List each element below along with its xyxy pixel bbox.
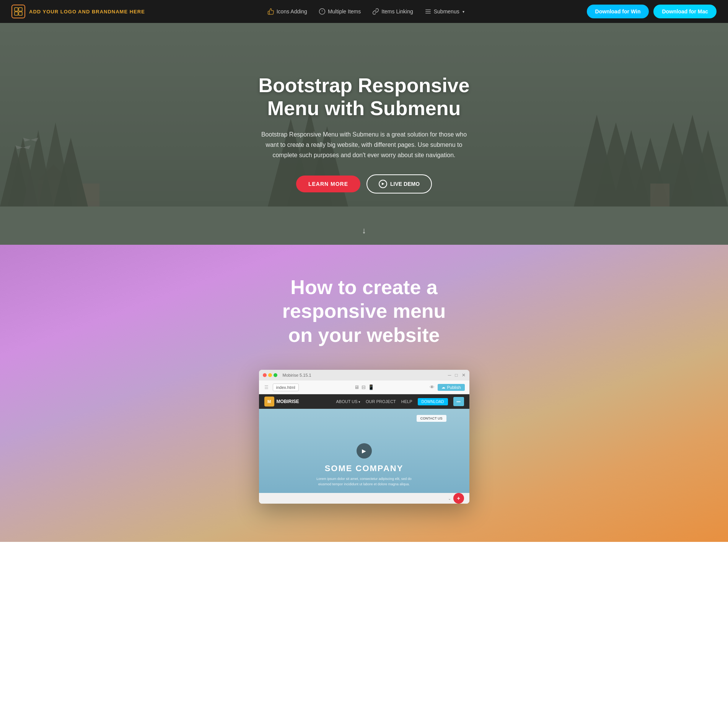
minimize-icon[interactable]: ─ — [448, 372, 451, 378]
app-titlebar: Mobirise 5.15.1 ─ □ ✕ — [259, 370, 469, 381]
nav-items-linking-label: Items Linking — [381, 8, 413, 15]
inner-nav-project[interactable]: OUR PROJECT — [366, 399, 396, 404]
svg-rect-0 — [15, 8, 18, 11]
footer-actions: ⌄ + — [448, 493, 466, 504]
navbar-buttons: Download for Win Download for Mac — [587, 5, 717, 18]
hero-section: Bootstrap Responsive Menu with Submenu B… — [0, 23, 728, 245]
app-hero-title: SOME COMPANY — [311, 463, 418, 473]
titlebar-right: ─ □ ✕ — [448, 372, 466, 378]
svg-rect-2 — [15, 12, 18, 15]
live-demo-label: LIVE DEMO — [390, 181, 420, 187]
brand-text: ADD YOUR LOGO AND BRANDNAME HERE — [29, 9, 145, 15]
dot-maximize[interactable] — [274, 373, 277, 377]
scroll-indicator: ⌄ — [448, 496, 451, 501]
contact-btn[interactable]: CONTACT US — [417, 415, 446, 422]
live-demo-button[interactable]: ▶ LIVE DEMO — [366, 174, 432, 194]
resize-icon[interactable]: □ — [455, 372, 458, 378]
hero-content: Bootstrap Responsive Menu with Submenu B… — [249, 67, 479, 201]
app-play-button[interactable]: ▶ — [357, 443, 372, 459]
inner-brand-icon: M — [264, 397, 274, 407]
inner-nav-action[interactable]: ••• — [453, 397, 464, 406]
nav-items-linking[interactable]: Items Linking — [372, 8, 413, 15]
inner-nav-download[interactable]: DOWNLOAD — [418, 398, 448, 405]
inner-brand-name: MOBIRISE — [277, 399, 299, 404]
navbar: ADD YOUR LOGO AND BRANDNAME HERE Icons A… — [0, 0, 728, 23]
menu-icon[interactable]: ☰ — [264, 384, 270, 390]
nav-multiple-items[interactable]: Multiple Items — [319, 8, 361, 15]
address-bar[interactable]: index.html — [273, 384, 299, 391]
download-mac-button[interactable]: Download for Mac — [653, 5, 717, 18]
hero-buttons: LEARN MORE ▶ LIVE DEMO — [257, 174, 471, 194]
brand: ADD YOUR LOGO AND BRANDNAME HERE — [11, 5, 145, 18]
app-inner-nav: M MOBIRISE ABOUT US OUR PROJECT HELP DOW… — [259, 394, 469, 409]
app-hero-sub: Lorem ipsum dolor sit amet, consectetur … — [311, 476, 418, 487]
nav-menu: Icons Adding Multiple Items Items Linkin… — [145, 8, 587, 15]
inner-nav-about[interactable]: ABOUT US — [336, 399, 360, 404]
dot-minimize[interactable] — [268, 373, 272, 377]
tablet-preview-icon[interactable]: ⊟ — [362, 384, 366, 390]
app-screenshot: Mobirise 5.15.1 ─ □ ✕ ☰ index.html 🖥 ⊟ 📱… — [259, 370, 469, 504]
inner-nav-help[interactable]: HELP — [401, 399, 412, 404]
app-hero-area: CONTACT US ▶ SOME COMPANY Lorem ipsum do… — [259, 409, 469, 493]
nav-submenus-label: Submenus — [434, 8, 459, 15]
nav-multiple-items-label: Multiple Items — [328, 8, 361, 15]
download-win-button[interactable]: Download for Win — [587, 5, 649, 18]
inner-nav-links: ABOUT US OUR PROJECT HELP DOWNLOAD ••• — [336, 397, 464, 406]
toolbar-left: ☰ index.html — [264, 384, 299, 391]
publish-button[interactable]: ☁ Publish — [438, 384, 464, 391]
nav-submenus[interactable]: Submenus ▾ — [425, 8, 464, 15]
section-title: How to create a responsive menu on your … — [269, 275, 460, 347]
submenus-chevron: ▾ — [463, 10, 464, 14]
titlebar-left: Mobirise 5.15.1 — [263, 373, 311, 377]
inner-nav-brand: M MOBIRISE — [264, 397, 299, 407]
scroll-arrow[interactable]: ↓ — [362, 226, 366, 236]
app-toolbar: ☰ index.html 🖥 ⊟ 📱 👁 ☁ Publish — [259, 381, 469, 394]
desktop-preview-icon[interactable]: 🖥 — [354, 384, 359, 390]
brand-icon — [11, 5, 25, 18]
gradient-section: How to create a responsive menu on your … — [0, 245, 728, 542]
svg-rect-1 — [19, 8, 22, 11]
titlebar-title: Mobirise 5.15.1 — [283, 373, 311, 377]
eye-icon[interactable]: 👁 — [430, 384, 435, 390]
nav-icons-adding[interactable]: Icons Adding — [267, 8, 307, 15]
preview-icons: 🖥 ⊟ 📱 — [354, 384, 374, 390]
publish-label: Publish — [447, 385, 461, 390]
app-hero-text: SOME COMPANY Lorem ipsum dolor sit amet,… — [295, 463, 433, 487]
publish-icon: ☁ — [441, 385, 445, 389]
toolbar-right: 👁 ☁ Publish — [430, 384, 464, 391]
nav-icons-adding-label: Icons Adding — [277, 8, 307, 15]
close-icon[interactable]: ✕ — [462, 372, 466, 378]
dot-close[interactable] — [263, 373, 267, 377]
fab-add-button[interactable]: + — [453, 493, 464, 504]
mobile-preview-icon[interactable]: 📱 — [368, 384, 374, 390]
titlebar-dots — [263, 373, 277, 377]
svg-rect-3 — [19, 12, 22, 15]
learn-more-button[interactable]: LEARN MORE — [296, 176, 360, 192]
hero-title: Bootstrap Responsive Menu with Submenu — [257, 74, 471, 120]
play-icon: ▶ — [379, 180, 387, 188]
app-footer-bar: ⌄ + — [259, 493, 469, 504]
hero-subtitle: Bootstrap Responsive Menu with Submenu i… — [257, 129, 471, 161]
